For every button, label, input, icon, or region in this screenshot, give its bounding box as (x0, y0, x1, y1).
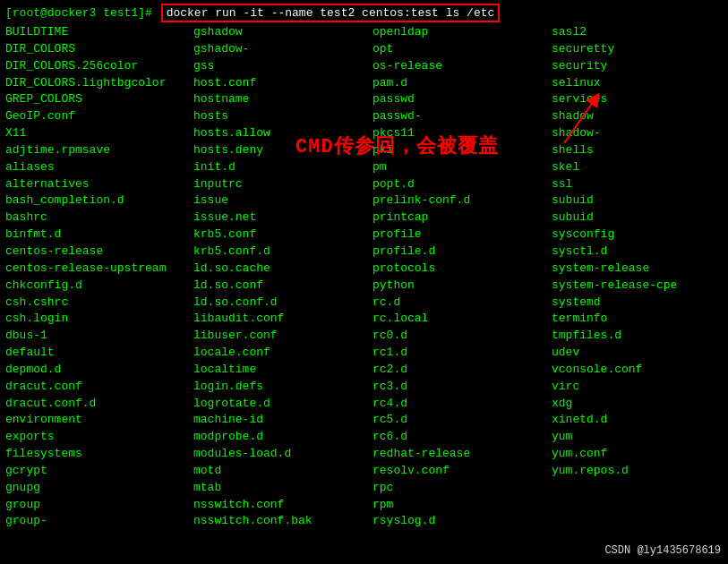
ls-output: BUILDTIMEgshadowopenldapsasl2DIR_COLORSg… (5, 24, 723, 530)
command-line: [root@docker3 test1]# docker run -it --n… (5, 4, 723, 22)
ls-item: ld.so.conf.d (193, 295, 373, 312)
ls-item: environment (5, 412, 193, 429)
ls-item: rc.d (373, 295, 552, 312)
ls-item: tmpfiles.d (552, 328, 726, 345)
ls-item: rc.local (373, 311, 552, 328)
ls-item: alternatives (5, 176, 193, 193)
ls-item: inputrc (193, 176, 373, 193)
ls-item: gss (193, 58, 373, 75)
ls-item: exports (5, 429, 193, 446)
ls-item: system-release (552, 261, 726, 278)
command-text: docker run -it --name test2 centos:test … (161, 4, 501, 22)
ls-item: passwd (373, 91, 552, 108)
ls-item: resolv.conf (373, 463, 552, 480)
ls-item: subuid (552, 192, 726, 209)
ls-item: csh.cshrc (5, 295, 193, 312)
ls-item: chkconfig.d (5, 278, 193, 295)
ls-item: locale.conf (193, 345, 373, 362)
ls-item: issue (193, 192, 373, 209)
ls-item: pki (373, 142, 552, 159)
ls-item: hosts (193, 108, 373, 125)
ls-item: BUILDTIME (5, 24, 193, 41)
ls-item: nsswitch.conf (193, 497, 373, 514)
ls-item: rc6.d (373, 429, 552, 446)
ls-item: csh.login (5, 311, 193, 328)
ls-item: host.conf (193, 75, 373, 92)
ls-item: subuid (552, 209, 726, 226)
ls-item: gnupg (5, 480, 193, 497)
ls-item: filesystems (5, 446, 193, 463)
ls-item: vconsole.conf (552, 362, 726, 379)
ls-item: virc (552, 379, 726, 396)
ls-item: protocols (373, 261, 552, 278)
ls-item: yum.repos.d (552, 463, 726, 480)
ls-item: skel (552, 159, 726, 176)
ls-item: xdg (552, 396, 726, 413)
ls-item: printcap (373, 209, 552, 226)
ls-item: adjtime.rpmsave (5, 142, 193, 159)
ls-item: DIR_COLORS.lightbgcolor (5, 75, 193, 92)
ls-item: aliases (5, 159, 193, 176)
ls-item: gshadow (193, 24, 373, 41)
ls-item: profile (373, 226, 552, 244)
ls-item: ld.so.conf (193, 278, 373, 295)
ls-item: yum.conf (552, 446, 726, 463)
ls-item: gcrypt (5, 463, 193, 480)
ls-item: krb5.conf.d (193, 244, 373, 261)
ls-item: ssl (552, 176, 726, 193)
ls-item: pkcs11 (373, 125, 552, 142)
ls-item: GeoIP.conf (5, 108, 193, 125)
ls-item: hostname (193, 91, 373, 108)
ls-item: gshadow- (193, 41, 373, 58)
ls-item: xinetd.d (552, 412, 726, 429)
ls-item: services (552, 91, 726, 108)
ls-item: rpc (373, 480, 552, 497)
ls-item: machine-id (193, 412, 373, 429)
ls-item: logrotate.d (193, 396, 373, 413)
ls-item: hosts.deny (193, 142, 373, 159)
ls-item: rc2.d (373, 362, 552, 379)
ls-item: terminfo (552, 311, 726, 328)
ls-item: yum (552, 429, 726, 446)
ls-item: X11 (5, 125, 193, 142)
ls-item: sasl2 (552, 24, 726, 41)
ls-item: binfmt.d (5, 226, 193, 244)
ls-item: modprobe.d (193, 429, 373, 446)
ls-item: motd (193, 463, 373, 480)
ls-item: hosts.allow (193, 125, 373, 142)
ls-item: sysctl.d (552, 244, 726, 261)
ls-item: profile.d (373, 244, 552, 261)
ls-item: ld.so.cache (193, 261, 373, 278)
ls-item (552, 513, 726, 530)
ls-item: selinux (552, 75, 726, 92)
ls-item: login.defs (193, 379, 373, 396)
ls-item: dracut.conf.d (5, 396, 193, 413)
ls-item: dracut.conf (5, 379, 193, 396)
ls-item: libaudit.conf (193, 311, 373, 328)
ls-item: GREP_COLORS (5, 91, 193, 108)
ls-item: mtab (193, 480, 373, 497)
ls-item: bashrc (5, 209, 193, 226)
ls-item: rsyslog.d (373, 513, 552, 530)
ls-item: os-release (373, 58, 552, 75)
ls-item: issue.net (193, 209, 373, 226)
ls-item: rpm (373, 497, 552, 514)
watermark: CSDN @ly1435678619 (604, 544, 721, 557)
ls-item: securetty (552, 41, 726, 58)
ls-item: default (5, 345, 193, 362)
ls-item: nsswitch.conf.bak (193, 513, 373, 530)
ls-item: rc1.d (373, 345, 552, 362)
ls-item: bash_completion.d (5, 192, 193, 209)
ls-item: python (373, 278, 552, 295)
ls-item: shells (552, 142, 726, 159)
ls-item: init.d (193, 159, 373, 176)
ls-item: centos-release (5, 244, 193, 261)
ls-item: rc5.d (373, 412, 552, 429)
ls-item: rc3.d (373, 379, 552, 396)
ls-item: prelink-conf.d (373, 192, 552, 209)
ls-item (552, 480, 726, 497)
ls-item: group (5, 497, 193, 514)
ls-item: localtime (193, 362, 373, 379)
ls-item: centos-release-upstream (5, 261, 193, 278)
ls-item: systemd (552, 295, 726, 312)
